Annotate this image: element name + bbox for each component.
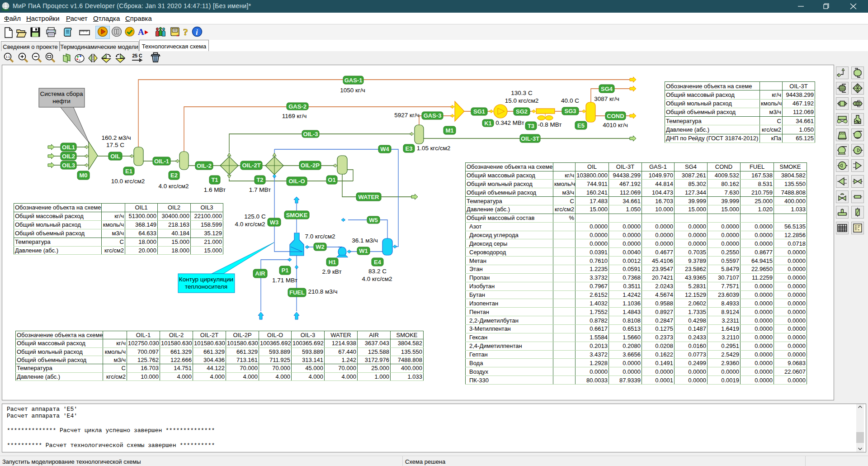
svg-text:1.7 МВт: 1.7 МВт <box>249 186 271 193</box>
svg-text:4.0 кгс/см2: 4.0 кгс/см2 <box>362 276 392 282</box>
svg-text:17.5 С: 17.5 С <box>106 142 124 148</box>
svg-text:теплоносителя: теплоносителя <box>185 283 227 290</box>
svg-text:P1: P1 <box>282 267 289 274</box>
svg-text:T1: T1 <box>211 176 218 183</box>
svg-text:A: A <box>138 27 144 37</box>
svg-text:Контур циркуляции: Контур циркуляции <box>179 276 233 283</box>
svg-text:OIL-2: OIL-2 <box>197 162 212 169</box>
svg-text:T3: T3 <box>528 123 534 129</box>
svg-text:-0.8 МВт: -0.8 МВт <box>538 121 562 128</box>
svg-text:E2: E2 <box>170 172 178 179</box>
svg-text:40.0 С: 40.0 С <box>561 97 579 104</box>
svg-text:OIL: OIL <box>110 153 120 160</box>
svg-text:E4: E4 <box>374 259 382 266</box>
svg-text:Система сбора: Система сбора <box>40 90 83 97</box>
svg-text:0.342 МВт: 0.342 МВт <box>495 119 524 126</box>
svg-text:OIL1: OIL1 <box>62 144 75 151</box>
svg-text:1050 кг/ч: 1050 кг/ч <box>340 87 365 94</box>
svg-text:25 C: 25 C <box>132 53 143 58</box>
svg-text:36.1 м3/ч: 36.1 м3/ч <box>352 237 378 244</box>
svg-text:1.6 МВт: 1.6 МВт <box>204 186 226 193</box>
svg-text:2.9 кВт: 2.9 кВт <box>322 268 341 275</box>
svg-text:GAS-1: GAS-1 <box>344 77 363 84</box>
svg-text:OIL2: OIL2 <box>62 153 75 160</box>
svg-text:COND: COND <box>607 113 624 119</box>
svg-text:нефти: нефти <box>52 98 71 105</box>
svg-text:3087 кг/ч: 3087 кг/ч <box>594 95 619 102</box>
svg-text:4.0 кгс/см2: 4.0 кгс/см2 <box>235 221 265 228</box>
svg-text:7.0 кгс/см2: 7.0 кгс/см2 <box>305 233 335 240</box>
svg-text:10.0 кгс/см2: 10.0 кгс/см2 <box>111 178 145 185</box>
svg-text:M1: M1 <box>445 127 453 134</box>
svg-text:SG3: SG3 <box>564 108 576 114</box>
svg-text:OIL-3: OIL-3 <box>303 131 318 138</box>
svg-text:FUEL: FUEL <box>289 289 305 296</box>
svg-text:OIL-1: OIL-1 <box>154 158 169 165</box>
svg-text:4010 кг/ч: 4010 кг/ч <box>603 122 627 128</box>
svg-text:ПиА: ПиА <box>2 8 9 11</box>
svg-text:W1: W1 <box>359 247 368 254</box>
svg-text:1169 кг/ч: 1169 кг/ч <box>282 113 307 119</box>
svg-text:4.0 кгс/см2: 4.0 кгс/см2 <box>158 183 189 190</box>
svg-text:E5: E5 <box>577 122 585 129</box>
svg-text:OIL-O: OIL-O <box>288 178 305 185</box>
svg-text:H1: H1 <box>329 259 336 266</box>
svg-text:T2: T2 <box>256 176 263 183</box>
svg-text:OIL-2P: OIL-2P <box>301 162 320 169</box>
svg-text:210.8 м3/ч: 210.8 м3/ч <box>308 288 337 295</box>
svg-text:GAS-2: GAS-2 <box>288 103 307 110</box>
svg-text:1.71 МВт: 1.71 МВт <box>272 277 297 284</box>
svg-text:SG4: SG4 <box>601 86 613 92</box>
svg-text:W5: W5 <box>369 217 378 223</box>
svg-text:WATER: WATER <box>359 194 380 200</box>
svg-text:1:1: 1:1 <box>6 55 10 58</box>
svg-text:O1: O1 <box>328 176 335 183</box>
svg-text:1.05 кгс/см2: 1.05 кгс/см2 <box>417 145 451 152</box>
svg-text:GAS-3: GAS-3 <box>424 112 442 119</box>
svg-text:SMOKE: SMOKE <box>286 212 308 219</box>
svg-text:AIR: AIR <box>255 270 265 277</box>
svg-text:160.2 м3/ч: 160.2 м3/ч <box>101 134 131 141</box>
svg-text:15.0 кгс/см2: 15.0 кгс/см2 <box>505 97 539 104</box>
svg-text:SG1: SG1 <box>473 108 485 115</box>
svg-text:125.0 С: 125.0 С <box>244 213 266 220</box>
svg-text:K1: K1 <box>484 120 492 127</box>
svg-text:130.3 С: 130.3 С <box>511 90 533 96</box>
svg-text:?: ? <box>183 26 188 38</box>
svg-text:E3: E3 <box>406 145 413 152</box>
svg-text:OIL3: OIL3 <box>62 162 75 169</box>
svg-text:W3: W3 <box>270 219 279 226</box>
svg-text:OIL-2T: OIL-2T <box>242 162 260 169</box>
svg-text:i: i <box>196 28 198 37</box>
svg-text:W2: W2 <box>316 243 325 250</box>
svg-text:5927 кг/ч: 5927 кг/ч <box>394 112 419 119</box>
svg-text:M0: M0 <box>79 172 87 179</box>
svg-text:83.2 С: 83.2 С <box>368 268 387 275</box>
svg-text:SG2: SG2 <box>516 108 528 115</box>
svg-text:W4: W4 <box>380 146 389 152</box>
svg-text:OIL-3T: OIL-3T <box>521 135 539 142</box>
svg-text:E1: E1 <box>125 168 132 175</box>
